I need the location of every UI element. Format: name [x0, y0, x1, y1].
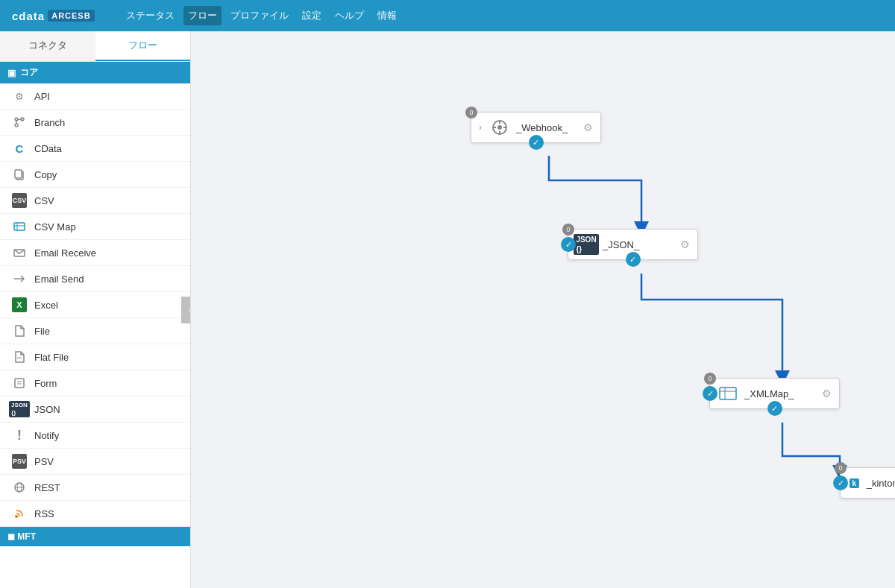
sidebar-list: ▣ コア ⚙ API Branch — [0, 62, 190, 588]
sidebar-item-rss[interactable]: RSS — [0, 501, 190, 527]
json-node-label: _JSON_ — [603, 239, 674, 250]
logo-area: cdata ARCESB — [12, 10, 95, 22]
sidebar-item-flatfile[interactable]: Flat File — [0, 344, 190, 370]
csv-icon: CSV — [12, 193, 27, 208]
svg-rect-5 — [15, 170, 22, 178]
json-connector-left[interactable]: ✓ — [561, 237, 576, 252]
sidebar-item-rss-label: RSS — [34, 508, 54, 519]
sidebar-item-emailreceive[interactable]: Email Receive — [0, 240, 190, 266]
section-core-icon: ▣ — [7, 68, 16, 78]
nav-flow[interactable]: フロー — [183, 6, 222, 25]
json-settings-icon[interactable]: ⚙ — [680, 238, 690, 250]
json-icon: JSON{} — [12, 402, 27, 417]
xmlmap-connector-left[interactable]: ✓ — [703, 386, 717, 401]
sidebar-item-csvmap-label: CSV Map — [34, 221, 76, 233]
form-icon — [12, 376, 27, 391]
sidebar-item-excel-label: Excel — [34, 300, 58, 311]
sidebar-item-notify[interactable]: ! Notify — [0, 423, 190, 449]
sidebar-item-psv-label: PSV — [34, 456, 54, 467]
nav-settings[interactable]: 設定 — [298, 6, 326, 25]
tab-flow[interactable]: フロー — [95, 31, 191, 61]
navigation: ステータス フロー プロファイル 設定 ヘルプ 情報 — [122, 6, 401, 25]
sidebar-item-api[interactable]: ⚙ API — [0, 83, 190, 110]
json-connector-bottom[interactable]: ✓ — [626, 252, 641, 267]
node-kintone: 0 ✓ k _kintone_Ups... ⚙ ✕ › — [840, 467, 895, 499]
file-icon — [12, 323, 27, 338]
sidebar-item-emailsend[interactable]: Email Send — [0, 266, 190, 292]
svg-rect-12 — [15, 379, 24, 388]
json-badge: 0 — [562, 224, 574, 235]
node-xmlmap: 0 ✓ _XMLMap_ ⚙ ✓ — [709, 378, 840, 409]
api-icon: ⚙ — [12, 89, 27, 104]
cdata-icon: C — [12, 141, 27, 156]
sidebar-item-excel[interactable]: X Excel — [0, 292, 190, 318]
sidebar-item-csv[interactable]: CSV CSV — [0, 188, 190, 214]
xmlmap-badge: 0 — [704, 373, 716, 385]
sidebar-item-cdata[interactable]: C CData — [0, 136, 190, 162]
kintone-connector-left[interactable]: ✓ — [833, 475, 848, 490]
sidebar-item-json[interactable]: JSON{} JSON — [0, 396, 190, 423]
section-core: ▣ コア — [0, 62, 190, 83]
svg-rect-25 — [720, 388, 736, 399]
webhook-connector-bottom[interactable]: ✓ — [529, 135, 544, 150]
rest-icon — [12, 480, 27, 495]
nav-profile[interactable]: プロファイル — [226, 6, 293, 25]
xmlmap-node-label: _XMLMap_ — [744, 388, 816, 399]
sidebar-collapse-button[interactable]: ‹ — [181, 297, 191, 323]
json-node-icon: JSON{} — [576, 234, 597, 255]
section-mft-label: ◼ MFT — [7, 531, 36, 542]
notify-icon: ! — [12, 428, 27, 443]
nav-status[interactable]: ステータス — [122, 6, 179, 25]
node-webhook: 0 › _Webhook_ ⚙ ✓ — [471, 112, 601, 143]
branch-icon — [12, 115, 27, 130]
xmlmap-settings-icon[interactable]: ⚙ — [822, 388, 832, 399]
node-json: 0 ✓ JSON{} _JSON_ ⚙ ✓ — [568, 229, 698, 260]
sidebar-item-flatfile-label: Flat File — [34, 352, 69, 363]
tab-connector[interactable]: コネクタ — [0, 31, 95, 61]
nav-info[interactable]: 情報 — [373, 6, 401, 25]
section-core-label: コア — [20, 66, 38, 79]
csvmap-icon — [12, 219, 27, 234]
sidebar-item-file[interactable]: File — [0, 318, 190, 344]
webhook-settings-icon[interactable]: ⚙ — [583, 121, 593, 133]
sidebar-item-rest[interactable]: REST — [0, 475, 190, 501]
sidebar-item-csv-label: CSV — [34, 195, 54, 206]
logo-arcesb: ARCESB — [48, 10, 94, 22]
sidebar-tabs: コネクタ フロー — [0, 31, 190, 62]
kintone-node-icon: k — [848, 472, 861, 493]
svg-point-18 — [15, 515, 18, 518]
psv-icon: PSV — [12, 454, 27, 469]
excel-icon: X — [12, 297, 27, 312]
svg-rect-6 — [14, 223, 25, 230]
sidebar-item-emailreceive-label: Email Receive — [34, 247, 96, 259]
sidebar-item-form[interactable]: Form — [0, 370, 190, 396]
webhook-node-icon — [489, 117, 510, 138]
sidebar-item-copy[interactable]: Copy — [0, 162, 190, 188]
nav-help[interactable]: ヘルプ — [330, 6, 368, 25]
sidebar: コネクタ フロー ▣ コア ⚙ API — [0, 31, 191, 588]
webhook-badge: 0 — [465, 107, 477, 118]
header: cdata ARCESB ステータス フロー プロファイル 設定 ヘルプ 情報 — [0, 0, 895, 31]
kintone-badge: 0 — [835, 462, 847, 474]
emailreceive-icon — [12, 245, 27, 260]
svg-point-2 — [15, 124, 18, 127]
copy-icon — [12, 167, 27, 182]
kintone-node-label: _kintone_Ups... — [867, 478, 895, 489]
rss-icon — [12, 506, 27, 521]
xmlmap-connector-bottom[interactable]: ✓ — [767, 401, 782, 416]
webhook-node-label: _Webhook_ — [516, 122, 577, 133]
sidebar-item-file-label: File — [34, 326, 50, 337]
sidebar-item-rest-label: REST — [34, 482, 60, 493]
sidebar-item-branch[interactable]: Branch — [0, 110, 190, 136]
logo-cdata: cdata — [12, 10, 45, 22]
sidebar-item-notify-label: Notify — [34, 430, 59, 441]
webhook-expand-icon[interactable]: › — [479, 122, 482, 133]
xmlmap-node-icon — [717, 383, 738, 404]
svg-point-20 — [497, 125, 502, 130]
sidebar-item-emailsend-label: Email Send — [34, 274, 84, 285]
emailsend-icon — [12, 271, 27, 286]
flatfile-icon — [12, 350, 27, 364]
sidebar-item-form-label: Form — [34, 378, 57, 389]
sidebar-item-csvmap[interactable]: CSV Map — [0, 214, 190, 240]
sidebar-item-psv[interactable]: PSV PSV — [0, 449, 190, 475]
